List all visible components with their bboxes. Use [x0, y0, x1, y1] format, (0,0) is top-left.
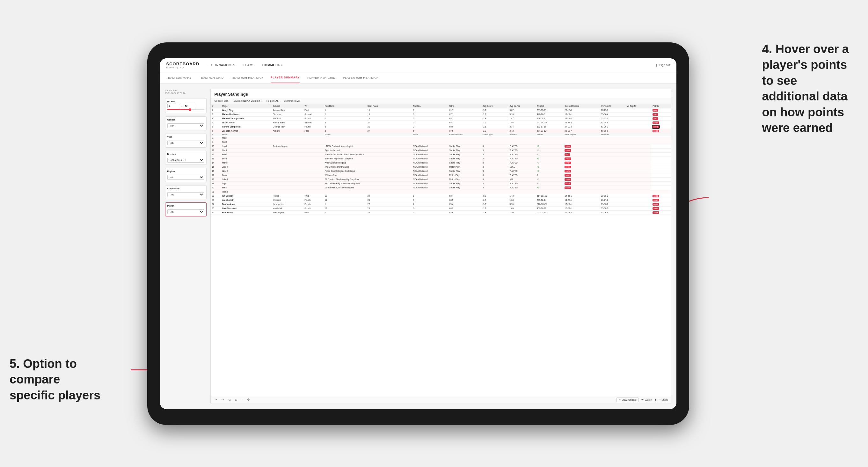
no-rds-slider[interactable] [167, 109, 204, 110]
table-row: 9 Prest [211, 140, 671, 144]
tooltip-data-row: 12 Brent Wake Forest Invitational at Pin… [211, 152, 671, 157]
table-row: 22 Ian Gilligan Florida Third 10 24 1 68… [211, 194, 671, 198]
undo-button[interactable]: ↩ [213, 398, 218, 402]
col-player: Player [221, 104, 272, 108]
table-header-row: # Player School Yr Reg Rank Conf Rank No… [211, 104, 671, 108]
nav-items: TOURNAMENTS TEAMS COMMITTEE [209, 63, 283, 67]
sign-out-link[interactable]: Sign out [659, 63, 670, 67]
year-select[interactable]: (All) [167, 141, 204, 145]
filter-gender: Gender: Men [215, 99, 228, 102]
col-school: School [272, 104, 303, 108]
points-badge: 70.2 [652, 117, 658, 120]
top-nav: SCOREBOARD Powered by clippi TOURNAMENTS… [160, 58, 676, 72]
conference-filter: Conference (All) [165, 185, 207, 199]
tooltip-data-row: 13 Phinb Southern Highlands Collegiate N… [211, 157, 671, 161]
toolbar-left: ↩ ↪ ⧉ ⊞ · ⏱ [213, 398, 251, 402]
nav-tournaments[interactable]: TOURNAMENTS [209, 63, 235, 67]
filter-division: Division: NCAA Division I [234, 99, 261, 102]
tooltip-data-row: 15 Jake I The Cypress Point Classic NCAA… [211, 165, 671, 169]
paste-button[interactable]: ⊞ [234, 398, 239, 402]
main-content: Update time: 27/01/2024 16:56:26 No Rds.… [160, 84, 676, 409]
update-time-value: 27/01/2024 16:56:26 [165, 92, 207, 95]
gender-filter: Gender Men Women [165, 116, 207, 130]
clock-button[interactable]: ⏱ [246, 398, 251, 402]
division-label: Division [167, 153, 204, 155]
tablet-screen: SCOREBOARD Powered by clippi TOURNAMENTS… [160, 58, 676, 409]
watch-label: Watch [645, 399, 652, 401]
bottom-toolbar: ↩ ↪ ⧉ ⊞ · ⏱ 👁 View: Original 👁 [211, 396, 671, 404]
panel-title: Player Standings [215, 92, 667, 97]
tab-team-h2h-heatmap[interactable]: TEAM H2H HEATMAP [231, 72, 263, 83]
nav-right: | Sign out [656, 63, 670, 67]
points-badge: 60.02 [652, 203, 659, 206]
tooltip-data-row: 11 Gordi Tiger Invitational NCAA Divisio… [211, 148, 671, 152]
tab-player-summary[interactable]: PLAYER SUMMARY [271, 72, 300, 83]
gender-select[interactable]: Men Women [167, 123, 204, 128]
col-avg-sg: Avg SG [535, 104, 563, 108]
table-row: 6 Jackson Koivun Auburn First 2 27 5 87.… [211, 129, 671, 133]
points-badge: 88.2 [652, 109, 658, 112]
filter-region: Region: All [267, 99, 279, 102]
view-original-button[interactable]: 👁 View: Original [617, 398, 639, 402]
nav-committee[interactable]: COMMITTEE [262, 63, 283, 67]
points-badge: 60.58 [652, 195, 659, 197]
table-row: 21 Taehu [211, 190, 671, 194]
col-yr: Yr [303, 104, 323, 108]
slider-thumb[interactable] [189, 108, 191, 111]
share-button[interactable]: ↑ Share [659, 399, 668, 401]
region-filter: Region N/A [165, 168, 207, 182]
points-badge: 39.95 [652, 207, 659, 210]
table-container: # Player School Yr Reg Rank Conf Rank No… [211, 104, 671, 396]
col-no-rds: No Rds. [412, 104, 448, 108]
view-original-label: View: Original [622, 399, 637, 401]
conference-label: Conference [167, 187, 204, 190]
tab-player-h2h-heatmap[interactable]: PLAYER H2H HEATMAP [343, 72, 378, 83]
player-select[interactable]: (All) [167, 210, 204, 214]
col-avg-to-par: Avg to-Par [508, 104, 535, 108]
col-vs25: Vs Top 25 [600, 104, 626, 108]
tab-team-h2h-grid[interactable]: TEAM H2H GRID [199, 72, 224, 83]
update-time-section: Update time: 27/01/2024 16:56:26 [165, 89, 207, 95]
download-button[interactable]: ⬇ [654, 399, 657, 401]
download-icon: ⬇ [654, 399, 657, 401]
division-filter: Division NCAA Division I [165, 151, 207, 165]
player-filter: Player (All) [165, 203, 207, 216]
table-row: 4 Luke Clanton Florida State Second 5 27… [211, 121, 671, 125]
table-row: 26 Petr Hruby Washington Fifth 7 23 0 68… [211, 210, 671, 215]
col-conf-rank: Conf Rank [366, 104, 412, 108]
year-label: Year [167, 136, 204, 138]
table-row: 3 Michael Thorbjornsen Stanford Fourth 1… [211, 116, 671, 121]
no-rds-min-input[interactable] [167, 104, 180, 108]
table-row: 8 Mats [211, 136, 671, 140]
toolbar-right: 👁 View: Original 👁 Watch ⬇ ↑ Share [617, 398, 669, 402]
sign-out-icon: | [656, 63, 657, 67]
redo-button[interactable]: ↪ [220, 398, 225, 402]
share-label: Share [661, 399, 668, 401]
no-rds-filter: No Rds. – [165, 98, 207, 113]
left-panel: Update time: 27/01/2024 16:56:26 No Rds.… [165, 89, 207, 404]
tooltip-data-row: 10 Jacck Jackson Koivun UNCW Seahawk Int… [211, 144, 671, 148]
no-rds-max-input[interactable] [184, 104, 196, 108]
division-select[interactable]: NCAA Division I [167, 158, 204, 162]
tooltip-header-row: 7 Nicho Player Event Event Division Even… [211, 133, 671, 136]
eye-icon: 👁 [619, 399, 621, 401]
copy-button[interactable]: ⧉ [227, 398, 232, 402]
col-overall: Overall Record [563, 104, 599, 108]
tooltip-data-row: 14 Marre Amer An Intercollegiate NCAA Di… [211, 161, 671, 165]
tab-player-h2h-grid[interactable]: PLAYER H2H GRID [307, 72, 335, 83]
region-label: Region [167, 170, 204, 173]
points-badge: 76.3 [652, 113, 658, 116]
region-select[interactable]: N/A [167, 175, 204, 180]
col-points: Points [651, 104, 671, 108]
no-rds-row: – [167, 104, 204, 108]
nav-teams[interactable]: TEAMS [243, 63, 255, 67]
col-adj-score: Adj. Score [481, 104, 508, 108]
tooltip-data-row: 18 Luke I SEC Match Play hosted by Jerry… [211, 177, 671, 181]
tab-team-summary[interactable]: TEAM SUMMARY [166, 72, 192, 83]
watch-button[interactable]: 👁 Watch [641, 399, 652, 401]
logo-area: SCOREBOARD Powered by clippi [166, 62, 199, 68]
points-badge: 60.49 [652, 126, 659, 128]
no-rds-label: No Rds. [167, 100, 204, 103]
separator: · [241, 398, 244, 402]
conference-select[interactable]: (All) [167, 192, 204, 197]
